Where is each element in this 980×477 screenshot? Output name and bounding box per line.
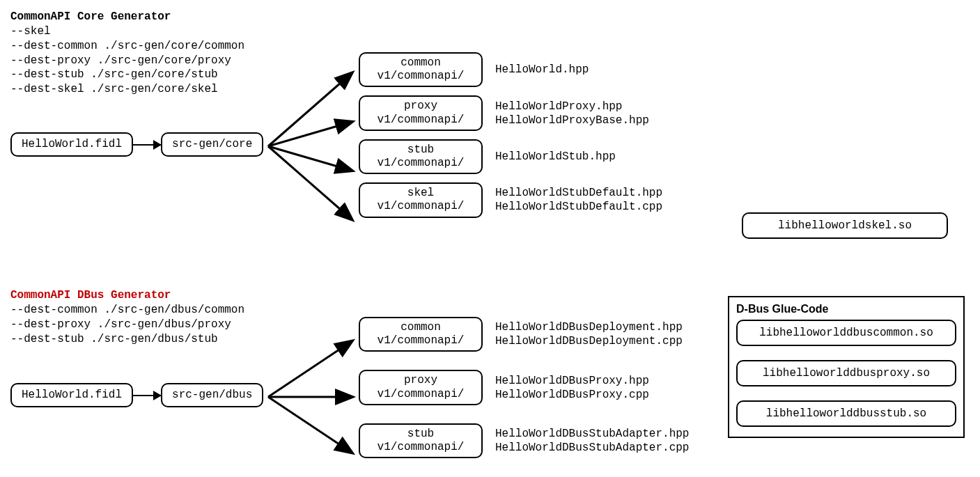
svg-line-3 (268, 146, 352, 219)
dir-sub: v1/commonapi/ (368, 334, 473, 347)
dbus-branch-proxy: proxy v1/commonapi/ HelloWorldDBusProxy.… (359, 370, 689, 405)
file-list: HelloWorldDBusProxy.hpp HelloWorldDBusPr… (495, 374, 649, 402)
dir-sub: v1/commonapi/ (368, 441, 473, 454)
dir-sub: v1/commonapi/ (368, 114, 473, 127)
core-branch-proxy: proxy v1/commonapi/ HelloWorldProxy.hpp … (359, 95, 662, 130)
dbus-input-box: HelloWorld.fidl (10, 383, 133, 407)
dir-box: common v1/commonapi/ (359, 52, 483, 87)
dir-name: common (400, 56, 441, 69)
dir-name: skel (407, 187, 434, 199)
dir-sub: v1/commonapi/ (368, 388, 473, 401)
file-list: HelloWorldStubDefault.hpp HelloWorldStub… (495, 186, 662, 214)
glue-lib-stub: libhelloworlddbusstub.so (736, 400, 956, 427)
svg-line-1 (268, 122, 352, 146)
dbus-pipeline: HelloWorld.fidl src-gen/dbus (10, 383, 263, 407)
core-section: CommonAPI Core Generator --skel --dest-c… (10, 10, 970, 247)
dir-name: proxy (404, 374, 437, 386)
dir-sub: v1/commonapi/ (368, 200, 473, 213)
dir-box: skel v1/commonapi/ (359, 182, 483, 217)
dir-sub: v1/commonapi/ (368, 157, 473, 170)
core-pipeline: HelloWorld.fidl src-gen/core (10, 132, 263, 157)
core-srcgen-box: src-gen/core (161, 132, 263, 157)
dir-box: proxy v1/commonapi/ (359, 370, 483, 405)
file-list: HelloWorld.hpp (495, 63, 589, 77)
file-list: HelloWorldProxy.hpp HelloWorldProxyBase.… (495, 100, 649, 127)
dir-box: stub v1/commonapi/ (359, 139, 483, 174)
glue-lib-proxy: libhelloworlddbusproxy.so (736, 360, 956, 386)
dir-sub: v1/commonapi/ (368, 70, 473, 83)
dir-box: stub v1/commonapi/ (359, 423, 483, 458)
core-branch-common: common v1/commonapi/ HelloWorld.hpp (359, 52, 662, 87)
dbus-section: CommonAPI DBus Generator --dest-common .… (10, 289, 970, 477)
dir-name: proxy (404, 100, 437, 112)
glue-title: D-Bus Glue-Code (736, 303, 956, 315)
core-branch-stub: stub v1/commonapi/ HelloWorldStub.hpp (359, 139, 662, 174)
arrow-icon (133, 395, 161, 396)
dbus-branches: common v1/commonapi/ HelloWorldDBusDeplo… (359, 317, 689, 458)
svg-line-6 (268, 397, 352, 453)
core-title: CommonAPI Core Generator (10, 10, 970, 23)
core-branches: common v1/commonapi/ HelloWorld.hpp prox… (359, 52, 662, 218)
svg-line-2 (268, 146, 352, 171)
glue-lib-common: libhelloworlddbuscommon.so (736, 320, 956, 346)
dir-name: stub (407, 428, 434, 440)
dir-name: common (400, 321, 441, 334)
file-list: HelloWorldDBusDeployment.hpp HelloWorldD… (495, 320, 683, 348)
dir-name: stub (407, 143, 434, 156)
arrow-icon (133, 144, 161, 146)
core-branch-skel: skel v1/commonapi/ HelloWorldStubDefault… (359, 182, 662, 217)
core-input-box: HelloWorld.fidl (10, 132, 133, 157)
core-skel-lib: libhelloworldskel.so (742, 212, 948, 239)
dbus-branch-stub: stub v1/commonapi/ HelloWorldDBusStubAda… (359, 423, 689, 458)
file-list: HelloWorldStub.hpp (495, 150, 616, 164)
dbus-srcgen-box: src-gen/dbus (161, 383, 263, 407)
dir-box: proxy v1/commonapi/ (359, 95, 483, 130)
dbus-branch-common: common v1/commonapi/ HelloWorldDBusDeplo… (359, 317, 689, 352)
dbus-glue-group: D-Bus Glue-Code libhelloworlddbuscommon.… (728, 296, 965, 438)
svg-line-4 (268, 341, 352, 397)
dir-box: common v1/commonapi/ (359, 317, 483, 352)
file-list: HelloWorldDBusStubAdapter.hpp HelloWorld… (495, 427, 689, 455)
